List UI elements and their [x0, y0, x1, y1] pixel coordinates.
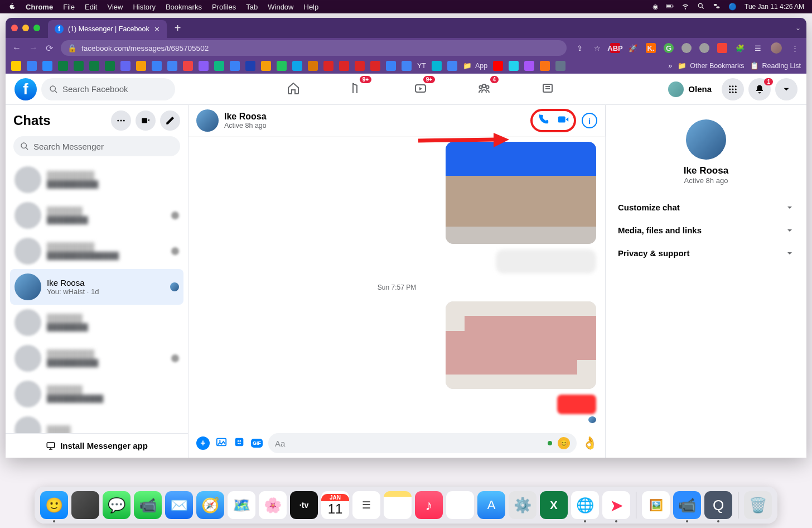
message-image[interactable]: [446, 301, 596, 389]
address-bar[interactable]: 🔒 facebook.com/messages/t/685705502: [61, 40, 567, 56]
extension-icon[interactable]: [699, 43, 709, 53]
dock-screenshot[interactable]: 🖼️: [642, 491, 670, 519]
bookmark-icon[interactable]: [524, 61, 534, 71]
avatar[interactable]: [196, 109, 219, 132]
new-room-button[interactable]: [136, 111, 156, 131]
bookmark-icon[interactable]: [152, 61, 162, 71]
bookmark-icon[interactable]: [308, 61, 318, 71]
info-name[interactable]: Ike Roosa: [684, 165, 728, 176]
menubar-clock[interactable]: Tue Jan 11 4:26 AM: [745, 3, 804, 11]
bookmark-icon[interactable]: [323, 61, 334, 71]
message-text[interactable]: [496, 249, 596, 274]
bookmark-icon[interactable]: [58, 61, 68, 71]
bookmark-icon[interactable]: [183, 61, 193, 71]
reload-button[interactable]: ⟳: [46, 43, 53, 54]
bookmark-icon[interactable]: [355, 61, 365, 71]
wifi-icon[interactable]: [682, 2, 689, 12]
extension-icon[interactable]: [682, 43, 692, 53]
facebook-logo[interactable]: f: [14, 78, 37, 100]
dock-reminders[interactable]: ☰: [352, 491, 380, 519]
dock-finder[interactable]: 🙂: [40, 491, 68, 519]
profile-chip[interactable]: Olena: [666, 79, 717, 99]
chat-row[interactable]: ██████████████████: [10, 162, 183, 198]
reading-list-button[interactable]: 📋 Reading List: [750, 61, 801, 70]
bookmark-icon[interactable]: [555, 61, 566, 71]
bookmark-icon[interactable]: [230, 61, 240, 71]
extension-icon[interactable]: [717, 43, 727, 53]
dock-slack[interactable]: ✱: [446, 491, 474, 519]
menu-profiles[interactable]: Profiles: [212, 3, 236, 11]
chat-row[interactable]: ██████████████: [10, 198, 183, 233]
nav-home[interactable]: [281, 76, 306, 103]
menu-help[interactable]: Help: [304, 3, 319, 11]
tab-overflow-icon[interactable]: ⌄: [795, 24, 801, 32]
search-messenger[interactable]: Search Messenger: [13, 136, 180, 156]
chat-list[interactable]: ██████████████████ ██████████████ ██████…: [6, 162, 188, 433]
compose-button[interactable]: [160, 111, 180, 131]
avatar[interactable]: [686, 119, 726, 160]
browser-tab[interactable]: f (1) Messenger | Facebook ✕: [48, 20, 167, 38]
chrome-menu-icon[interactable]: ⋮: [790, 43, 800, 53]
nav-groups[interactable]: 4: [472, 76, 496, 103]
nav-pages[interactable]: 9+: [345, 76, 369, 103]
dock-tv[interactable]: ∙tv: [290, 491, 318, 519]
back-button[interactable]: ←: [12, 43, 21, 53]
composer-input[interactable]: Aa 😊: [268, 433, 577, 453]
dock-trash[interactable]: 🗑️: [744, 491, 772, 519]
dock-mail[interactable]: ✉️: [165, 491, 193, 519]
chat-row[interactable]: ██████████████████████: [10, 233, 183, 269]
bookmark-icon[interactable]: [370, 61, 380, 71]
dock-settings[interactable]: ⚙️: [509, 491, 536, 519]
menu-file[interactable]: File: [63, 3, 75, 11]
bookmark-icon[interactable]: [11, 61, 21, 71]
siri-icon[interactable]: 🔵: [728, 3, 737, 11]
bookmark-icon[interactable]: [42, 61, 52, 71]
composer-more-button[interactable]: +: [196, 436, 210, 450]
menu-history[interactable]: History: [133, 3, 155, 11]
bookmark-yt[interactable]: YT: [417, 62, 426, 70]
bookmark-icon[interactable]: [245, 61, 255, 71]
bookmark-icon[interactable]: [339, 61, 349, 71]
minimize-window[interactable]: [22, 25, 29, 31]
thumbs-up-button[interactable]: 👌: [582, 436, 597, 450]
apple-icon[interactable]: [8, 2, 16, 12]
controlcenter-icon[interactable]: [713, 2, 721, 12]
message-list[interactable]: Sun 7:57 PM: [188, 136, 605, 429]
dock-safari[interactable]: 🧭: [196, 491, 224, 519]
bookmark-icon[interactable]: [89, 61, 99, 71]
bookmark-icon[interactable]: [540, 61, 550, 71]
bookmark-icon[interactable]: [167, 61, 177, 71]
bookmark-icon[interactable]: [432, 61, 442, 71]
chat-row[interactable]: █████████████████: [10, 376, 183, 412]
bookmarks-overflow[interactable]: »: [668, 62, 672, 70]
close-tab-icon[interactable]: ✕: [154, 25, 160, 33]
share-icon[interactable]: ⇪: [574, 43, 584, 53]
extension-k-icon[interactable]: K.: [646, 43, 656, 53]
dock-photos[interactable]: 🌸: [259, 491, 287, 519]
bookmark-icon[interactable]: [447, 61, 457, 71]
extensions-menu-icon[interactable]: 🧩: [735, 43, 745, 53]
bookmark-icon[interactable]: [136, 61, 146, 71]
dock-chrome[interactable]: 🌐: [571, 491, 599, 519]
maximize-window[interactable]: [33, 25, 40, 31]
voice-call-button[interactable]: [537, 113, 549, 128]
attach-image-button[interactable]: [215, 436, 228, 450]
menubar-app[interactable]: Chrome: [26, 3, 53, 11]
menu-tab[interactable]: Tab: [246, 3, 258, 11]
video-call-button[interactable]: [557, 113, 569, 128]
new-tab-button[interactable]: +: [175, 22, 181, 35]
nav-news[interactable]: [535, 76, 560, 103]
bookmark-icon[interactable]: [261, 61, 271, 71]
menu-view[interactable]: View: [107, 3, 123, 11]
dock-excel[interactable]: X: [540, 491, 568, 519]
fb-search[interactable]: Search Facebook: [41, 78, 175, 100]
gif-button[interactable]: GIF: [251, 439, 263, 448]
message-image[interactable]: [446, 142, 596, 244]
dock-appstore[interactable]: A: [477, 491, 505, 519]
dock-messages[interactable]: 💬: [103, 491, 130, 519]
dock-notes[interactable]: [384, 491, 412, 519]
battery-icon[interactable]: [666, 2, 674, 12]
chat-row[interactable]: ██████████████: [10, 305, 183, 340]
bookmark-star-icon[interactable]: ☆: [592, 43, 602, 53]
sticker-button[interactable]: [233, 436, 245, 450]
